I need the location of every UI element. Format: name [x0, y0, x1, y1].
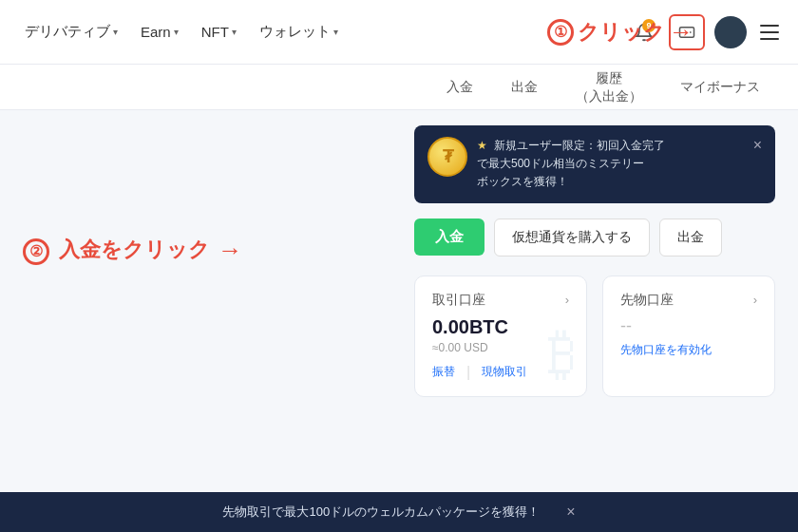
right-panel: ₮ ★ 新規ユーザー限定：初回入金完了 で最大500ドル相当のミステリー ボック… — [414, 125, 775, 397]
notification-close-button[interactable]: × — [753, 137, 762, 154]
bottom-banner-close-button[interactable]: × — [566, 504, 575, 521]
spot-balance-usd: ≈0.00 USD — [432, 341, 569, 354]
bottom-banner: 先物取引で最大100ドルのウェルカムパッケージを獲得！ × — [0, 492, 798, 532]
nav-item-nft[interactable]: NFT ▾ — [192, 18, 246, 46]
sub-nav-history[interactable]: 履歴（入出金） — [576, 66, 642, 107]
sub-nav-deposit[interactable]: 入金 — [446, 74, 473, 99]
sub-nav-my-bonus[interactable]: マイボーナス — [680, 74, 760, 99]
enable-futures-link[interactable]: 先物口座を有効化 — [620, 342, 757, 358]
avatar[interactable] — [714, 16, 747, 48]
spot-card-header: 取引口座 › — [432, 292, 569, 309]
bell-button[interactable]: 9 — [629, 17, 659, 48]
buy-crypto-button[interactable]: 仮想通貨を購入する — [494, 218, 650, 256]
futures-account-card: 先物口座 › -- 先物口座を有効化 — [602, 276, 775, 397]
chevron-down-icon: ▾ — [232, 27, 237, 37]
chevron-down-icon: ▾ — [333, 27, 338, 37]
svg-rect-0 — [680, 27, 694, 37]
notification-badge: 9 — [642, 19, 656, 32]
nav-item-derivatives[interactable]: デリバティブ ▾ — [15, 17, 127, 47]
spot-balance-btc: 0.00BTC — [432, 316, 569, 338]
chevron-down-icon: ▾ — [174, 27, 179, 37]
spot-account-card: 取引口座 › 0.00BTC ≈0.00 USD 振替 | 現物取引 ₿ — [414, 276, 587, 397]
chevron-down-icon: ▾ — [113, 27, 118, 37]
nav-item-wallet[interactable]: ウォレット ▾ — [250, 17, 348, 47]
spot-trading-link[interactable]: 現物取引 — [482, 364, 527, 381]
sub-nav: 入金 出金 履歴（入出金） マイボーナス — [0, 65, 798, 110]
sub-nav-withdraw[interactable]: 出金 — [511, 74, 538, 99]
bottom-banner-text: 先物取引で最大100ドルのウェルカムパッケージを獲得！ — [222, 504, 540, 521]
spot-card-links: 振替 | 現物取引 — [432, 364, 569, 381]
nav-item-earn[interactable]: Earn ▾ — [131, 18, 188, 46]
nav-items: デリバティブ ▾ Earn ▾ NFT ▾ ウォレット ▾ — [15, 17, 629, 47]
notification-banner: ₮ ★ 新規ユーザー限定：初回入金完了 で最大500ドル相当のミステリー ボック… — [414, 125, 775, 203]
spot-account-title: 取引口座 — [432, 292, 485, 309]
transfer-link[interactable]: 振替 — [432, 364, 455, 381]
chevron-right-icon[interactable]: › — [565, 293, 569, 307]
account-cards: 取引口座 › 0.00BTC ≈0.00 USD 振替 | 現物取引 ₿ 先物口… — [414, 276, 775, 397]
futures-balance: -- — [620, 316, 757, 336]
chevron-right-icon[interactable]: › — [753, 293, 757, 307]
wallet-icon-button[interactable] — [669, 14, 705, 50]
left-panel — [23, 125, 395, 397]
futures-card-header: 先物口座 › — [620, 292, 757, 309]
header: デリバティブ ▾ Earn ▾ NFT ▾ ウォレット ▾ 9 — [0, 0, 798, 65]
star-icon: ★ — [477, 139, 487, 152]
header-right: 9 — [629, 14, 783, 50]
menu-button[interactable] — [756, 19, 783, 46]
futures-account-title: 先物口座 — [620, 292, 674, 309]
deposit-button[interactable]: 入金 — [414, 218, 484, 256]
action-buttons: 入金 仮想通貨を購入する 出金 — [414, 218, 775, 256]
notification-text: ★ 新規ユーザー限定：初回入金完了 で最大500ドル相当のミステリー ボックスを… — [477, 137, 740, 192]
coin-icon: ₮ — [428, 137, 467, 177]
main-content: ₮ ★ 新規ユーザー限定：初回入金完了 で最大500ドル相当のミステリー ボック… — [0, 110, 798, 445]
withdraw-button[interactable]: 出金 — [659, 218, 722, 256]
